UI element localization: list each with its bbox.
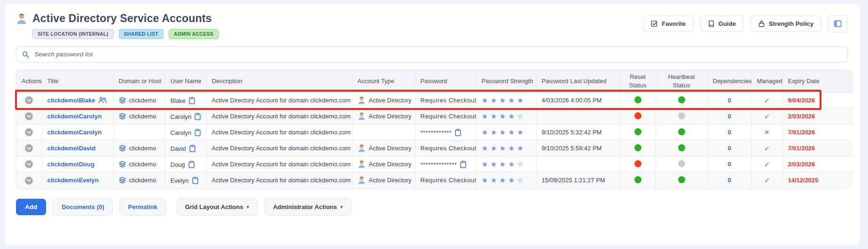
- copy-icon[interactable]: [455, 129, 461, 136]
- account-title-link[interactable]: clickdemo\Evelyn: [47, 177, 99, 184]
- book-icon: [708, 20, 715, 27]
- row-actions-cell: [16, 172, 42, 188]
- domain-cell: clickdemo: [113, 140, 165, 156]
- chevron-down-icon: [27, 147, 31, 150]
- strength-cell: ★★★★★: [476, 124, 536, 140]
- col-header-password[interactable]: Password: [415, 70, 476, 93]
- strength-cell: ★★★★☆: [476, 172, 536, 188]
- favorite-button[interactable]: Favorite: [643, 16, 694, 32]
- col-header-heartbeat-status[interactable]: Heartbeat Status: [656, 70, 707, 93]
- col-header-title[interactable]: Title: [42, 70, 113, 93]
- account-title-link[interactable]: clickdemo\Blake: [47, 97, 95, 104]
- checkbox-check-icon: [651, 20, 658, 27]
- copy-icon[interactable]: [188, 161, 195, 168]
- dependencies-link[interactable]: 0: [727, 97, 731, 104]
- account-title-link[interactable]: clickdemo\David: [47, 145, 96, 152]
- heartbeat-status-dot: [678, 160, 685, 167]
- copy-icon[interactable]: [189, 145, 195, 152]
- search-input[interactable]: [16, 46, 848, 62]
- strength-cell: ★★★★★: [476, 140, 536, 156]
- row-expand-button[interactable]: [25, 144, 33, 152]
- account-type-cell: Active Directory: [352, 156, 415, 172]
- col-header-expiry-date[interactable]: Expiry Date: [782, 70, 853, 93]
- person-icon: [358, 160, 366, 168]
- row-expand-button[interactable]: [25, 112, 33, 120]
- col-header-username[interactable]: User Name: [165, 70, 206, 93]
- col-header-managed[interactable]: Managed: [751, 70, 782, 93]
- heartbeat-status-cell: [656, 140, 707, 156]
- title-cell: clickdemo\David: [42, 140, 113, 156]
- account-type-cell: Active Directory: [352, 172, 415, 188]
- col-header-password-last-updated[interactable]: Password Last Updated: [536, 70, 620, 93]
- strength-stars: ★★★★☆: [482, 176, 526, 185]
- caret-down-icon: ▾: [246, 204, 249, 210]
- col-header-actions[interactable]: Actions: [16, 70, 42, 93]
- expiry-date-text: 7/01/2026: [788, 145, 815, 152]
- chevron-down-icon: [27, 179, 31, 182]
- domain-cell: [113, 124, 165, 140]
- row-actions-cell: [16, 93, 42, 109]
- dependencies-link[interactable]: 0: [727, 113, 731, 120]
- dependencies-link[interactable]: 0: [727, 129, 731, 136]
- domain-text: clickdemo: [129, 97, 156, 104]
- person-icon: [358, 112, 366, 120]
- copy-icon[interactable]: [195, 129, 201, 136]
- account-type-text: Active Directory: [369, 145, 412, 152]
- checkout-people-icon[interactable]: [98, 97, 107, 103]
- copy-icon[interactable]: [189, 97, 195, 104]
- dependencies-cell: 0: [707, 93, 751, 109]
- row-expand-button[interactable]: [25, 160, 33, 168]
- title-cell: clickdemo\Blake: [42, 93, 113, 109]
- strength-policy-button[interactable]: Strength Policy: [750, 16, 821, 32]
- col-header-password-strength[interactable]: Password Strength: [476, 70, 536, 93]
- dependencies-link[interactable]: 0: [727, 145, 731, 152]
- layers-icon: [119, 161, 126, 168]
- managed-cell: [751, 93, 782, 109]
- col-header-account-type[interactable]: Account Type: [352, 70, 415, 93]
- col-header-reset-status[interactable]: Reset Status: [620, 70, 656, 93]
- copy-icon[interactable]: [192, 177, 198, 184]
- row-expand-button[interactable]: [25, 128, 33, 136]
- grid-layout-actions-button[interactable]: Grid Layout Actions ▾: [177, 198, 258, 216]
- password-text: ************: [421, 129, 452, 136]
- col-header-dependencies[interactable]: Dependencies: [707, 70, 751, 93]
- heartbeat-status-cell: [656, 124, 707, 140]
- col-header-description[interactable]: Description: [206, 70, 352, 93]
- username-text: Doug: [171, 161, 185, 168]
- title-cell: clickdemo\Carolyn: [42, 109, 113, 124]
- password-text: Requires Checkout: [421, 145, 477, 152]
- dependencies-link[interactable]: 0: [727, 177, 731, 184]
- chevron-down-icon: [27, 99, 31, 102]
- badge-row: SITE LOCATION (INTERNAL) SHARED LIST ADM…: [32, 29, 219, 39]
- account-title-link[interactable]: clickdemo\Doug: [47, 161, 94, 168]
- expiry-date-cell: 2/03/2026: [782, 109, 853, 124]
- reset-status-cell: [620, 124, 656, 140]
- copy-icon[interactable]: [460, 161, 466, 168]
- password-cell: **************: [415, 156, 476, 172]
- password-cell: Requires Checkout: [415, 140, 476, 156]
- account-type-cell: Active Directory: [352, 109, 415, 124]
- account-title-link[interactable]: clickdemo\Carolyn: [47, 113, 102, 120]
- copy-icon[interactable]: [195, 113, 201, 120]
- account-type-cell: [352, 124, 415, 140]
- row-expand-button[interactable]: [25, 177, 33, 185]
- documents-button[interactable]: Documents (0): [53, 198, 112, 216]
- row-expand-button[interactable]: [25, 96, 33, 104]
- last-updated-cell: 15/09/2025 1:21:27 PM: [536, 172, 620, 188]
- administrator-actions-button[interactable]: Administrator Actions ▾: [265, 198, 352, 216]
- chevron-down-icon: [27, 163, 31, 166]
- account-type-cell: Active Directory: [352, 93, 415, 109]
- last-updated-cell: 4/03/2026 4:00:05 PM: [536, 93, 620, 109]
- permalink-button[interactable]: Permalink: [120, 198, 166, 216]
- strength-cell: ★★★★☆: [476, 156, 536, 172]
- row-actions-cell: [16, 124, 42, 140]
- password-cell: Requires Checkout: [415, 109, 476, 124]
- username-cell: Carolyn: [165, 109, 206, 124]
- dependencies-link[interactable]: 0: [727, 161, 731, 168]
- guide-button[interactable]: Guide: [700, 16, 744, 32]
- domain-cell: clickdemo: [113, 156, 165, 172]
- add-button[interactable]: Add: [16, 199, 46, 215]
- column-layout-button[interactable]: [828, 15, 848, 32]
- col-header-domain[interactable]: Domain or Host: [113, 70, 165, 93]
- account-title-link[interactable]: clickdemo\Carolyn: [47, 129, 102, 136]
